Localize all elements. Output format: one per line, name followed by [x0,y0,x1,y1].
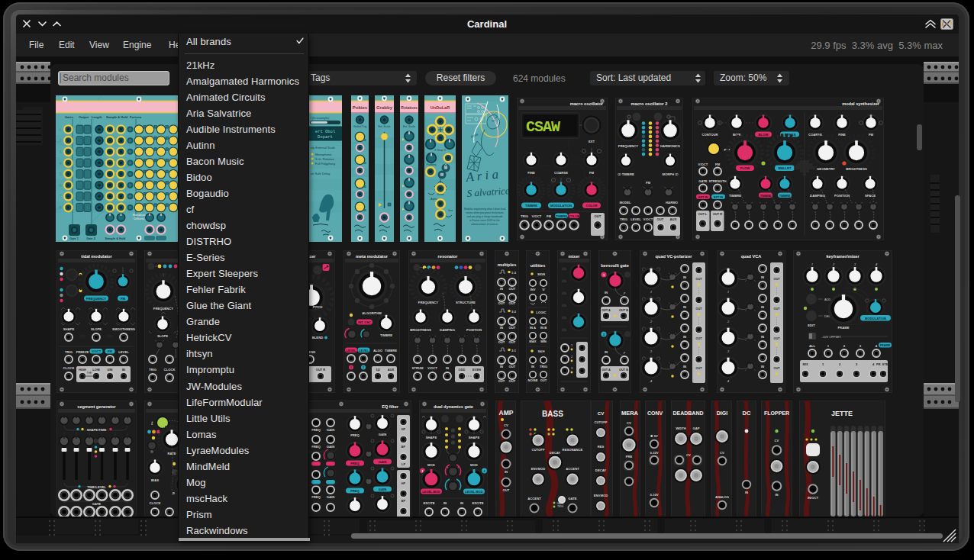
svg-text:GAIN: GAIN [379,460,386,464]
svg-text:JETTE: JETTE [831,410,853,417]
svg-text:DEADBAND: DEADBAND [672,410,703,416]
svg-text:Depart: Depart [318,134,333,140]
svg-text:LP: LP [402,463,405,466]
svg-text:1: 1 [350,366,352,369]
svg-text:GAIN: GAIN [327,495,334,499]
svg-text:MIN: MIN [540,340,547,343]
svg-text:6: 6 [59,182,62,188]
svg-text:FREQ: FREQ [311,428,321,432]
svg-text:BP: BP [402,500,406,503]
svg-text:RESONANCE: RESONANCE [563,448,583,452]
svg-text:DIGI: DIGI [717,410,727,416]
svg-text:IN: IN [500,287,503,291]
svg-text:PITCH: PITCH [313,305,323,309]
svg-text:OUT: OUT [773,367,780,370]
svg-text:IN: IN [683,365,686,369]
svg-text:TRIG: TRIG [620,217,627,221]
svg-text:COARSE: COARSE [554,171,568,175]
svg-text:IN: IN [505,470,508,474]
svg-text:ODD: ODD [459,368,466,372]
svg-text:RES: RES [598,445,605,449]
svg-text:HP: HP [402,482,406,485]
svg-text:BLEND: BLEND [312,336,323,340]
svg-text:Length: Length [92,115,102,119]
svg-text:1: 1 [727,290,730,294]
svg-text:SHAPE/TIME: SHAPE/TIME [87,428,107,432]
svg-text:FREQUENCY: FREQUENCY [618,144,638,148]
svg-text:IN: IN [500,326,503,330]
svg-text:UNI: UNI [108,368,113,372]
svg-text:GAIN: GAIN [327,445,334,449]
svg-text:GAIN: GAIN [327,428,334,432]
svg-text:FREQUENCY: FREQUENCY [418,301,438,304]
svg-text:OUT: OUT [509,326,516,330]
svg-text:OUT: OUT [773,278,780,281]
svg-text:ⓘ TIMBRE: ⓘ TIMBRE [618,172,634,176]
svg-text:FM: FM [108,349,112,353]
svg-text:TIMBRE: TIMBRE [525,204,537,208]
svg-text:AMP: AMP [499,409,514,417]
svg-text:1: 1 [650,290,653,294]
svg-text:TIMBRE: TIMBRE [760,195,772,198]
svg-text:resonator: resonator [438,254,459,259]
svg-text:EXCITE: EXCITE [472,501,483,505]
svg-text:GAIN: GAIN [379,433,386,436]
svg-text:ert Obol: ert Obol [315,129,335,134]
svg-text:FM: FM [547,214,552,218]
svg-text:l (In example): l (In example) [311,116,330,120]
svg-text:LOGIC: LOGIC [536,311,546,314]
svg-text:Monophonic: Monophonic [315,153,332,156]
svg-text:COLOR: COLOR [585,204,597,208]
svg-text:OUT: OUT [695,337,702,340]
svg-text:OUT L: OUT L [698,213,708,216]
svg-text:SLOPE: SLOPE [157,334,168,338]
svg-text:IN: IN [500,365,503,369]
svg-text:OUT: OUT [540,378,547,382]
svg-text:DC: DC [743,410,751,417]
svg-text:DAMPING: DAMPING [810,194,825,198]
svg-text:meta modulator: meta modulator [356,254,389,259]
svg-text:OUT: OUT [509,365,516,369]
svg-text:Zoom: Zoom [437,193,443,196]
svg-text:GATE: GATE [698,179,708,183]
svg-text:STRUCTURE: STRUCTURE [456,301,476,304]
svg-text:quad VCA: quad VCA [741,254,762,259]
svg-text:SHAPE: SHAPE [469,436,480,439]
svg-text:Sample & Hold: Sample & Hold [106,115,128,119]
svg-text:CUTOFF: CUTOFF [595,420,608,424]
svg-text:FR. STEP: FR. STEP [876,362,890,366]
svg-text:LEVEL: LEVEL [347,349,356,352]
svg-text:IN B: IN B [540,326,547,330]
svg-text:V/OCT: V/OCT [532,214,542,218]
svg-text:Sample & Hold: Sample & Hold [105,237,126,240]
svg-text:FREQ: FREQ [350,489,360,493]
svg-text:IN: IN [761,365,764,369]
svg-text:Full Polyphony: Full Polyphony [315,162,335,166]
svg-text:LEVEL MOD: LEVEL MOD [465,490,482,494]
svg-text:in France since 2019 for the: in France since 2019 for the [469,219,500,222]
svg-text:FINE: FINE [838,133,846,137]
svg-text:CSAW: CSAW [526,118,560,136]
svg-text:ne Safe Delay: ne Safe Delay [311,172,330,175]
svg-text:FLOW: FLOW [740,166,750,170]
svg-text:ACCENT: ACCENT [527,497,541,500]
svg-text:MERA: MERA [621,410,639,417]
svg-text:SIGN: SIGN [537,272,545,276]
svg-text:V/OCT: V/OCT [643,217,653,221]
svg-text:TRIG: TRIG [65,350,73,354]
svg-text:2: 2 [59,137,62,143]
svg-text:ACCENT: ACCENT [566,467,579,471]
svg-text:1:3: 1:3 [511,271,517,275]
svg-text:1: 1 [59,127,62,133]
svg-text:OUT: OUT [773,307,780,311]
svg-text:Ext. Scale: Ext. Scale [378,125,390,128]
svg-text:BP: BP [402,446,406,449]
svg-text:NOISE: NOISE [527,378,537,382]
svg-text:GEOMETRY: GEOMETRY [817,167,835,171]
svg-text:IN/OCT: IN/OCT [808,496,819,500]
svg-text:EXT IN: EXT IN [714,196,723,199]
svg-text:Gate 2: Gate 2 [86,237,95,240]
svg-text:PRE: PRE [626,455,633,459]
svg-text:quad VC-polarizer: quad VC-polarizer [656,254,693,259]
svg-text:OUT: OUT [509,287,516,291]
